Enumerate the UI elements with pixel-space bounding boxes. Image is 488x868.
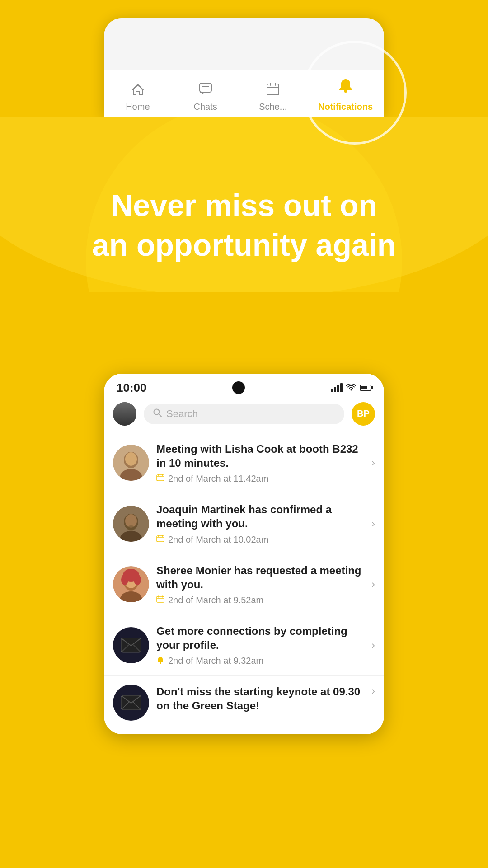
camera-dot <box>232 381 245 394</box>
notif-title-1: Meeting with Lisha Cook at booth B232 in… <box>156 442 364 470</box>
notif-arrow-4: › <box>371 639 375 652</box>
hero-line2: an opportunity again <box>92 228 396 262</box>
schedule-icon <box>265 81 281 100</box>
bell-icon-4 <box>156 656 164 666</box>
chats-icon <box>197 81 214 100</box>
notif-meta-3: 2nd of March at 9.52am <box>156 595 364 605</box>
svg-rect-0 <box>200 83 211 92</box>
hero-section: Never miss out on an opportunity again <box>0 117 488 292</box>
notif-avatar-lisha <box>113 445 149 481</box>
notif-content-2: Joaquin Martinek has confirmed a meeting… <box>156 502 364 544</box>
notification-item-5[interactable]: Don't miss the starting keynote at 09.30… <box>104 676 384 725</box>
user-initials-avatar[interactable]: BP <box>352 402 375 426</box>
notif-avatar-envelope-4 <box>113 627 149 663</box>
user-avatar[interactable] <box>113 402 136 426</box>
status-bar: 10:00 <box>104 374 384 399</box>
notification-item-4[interactable]: Get more connections by completing your … <box>104 615 384 676</box>
notification-item-1[interactable]: Meeting with Lisha Cook at booth B232 in… <box>104 433 384 493</box>
notif-meta-2: 2nd of March at 10.02am <box>156 535 364 545</box>
notification-item-2[interactable]: Joaquin Martinek has confirmed a meeting… <box>104 493 384 554</box>
svg-point-41 <box>160 662 161 664</box>
notification-list: Meeting with Lisha Cook at booth B232 in… <box>104 433 384 735</box>
calendar-icon-2 <box>156 535 164 545</box>
notif-arrow-1: › <box>371 456 375 469</box>
notification-item-3[interactable]: Sheree Monier has requested a meeting wi… <box>104 554 384 615</box>
user-initials: BP <box>357 408 370 419</box>
notif-title-3: Sheree Monier has requested a meeting wi… <box>156 563 364 591</box>
notif-avatar-envelope-5 <box>113 685 149 721</box>
notif-date-1: 2nd of March at 11.42am <box>168 474 268 484</box>
notif-content-4: Get more connections by completing your … <box>156 624 364 666</box>
notif-date-3: 2nd of March at 9.52am <box>168 595 263 605</box>
notif-arrow-5: › <box>371 685 375 697</box>
nav-label-notifications: Notifications <box>318 102 373 112</box>
calendar-icon-1 <box>156 474 164 484</box>
search-bar[interactable]: Search <box>144 404 344 424</box>
top-phone: Home Chats <box>104 18 384 117</box>
nav-item-schedule[interactable]: Sche... <box>250 81 296 112</box>
notif-date-4: 2nd of March at 9.32am <box>168 656 263 666</box>
notif-meta-1: 2nd of March at 11.42am <box>156 474 364 484</box>
notif-meta-4: 2nd of March at 9.32am <box>156 656 364 666</box>
notif-arrow-3: › <box>371 578 375 591</box>
notif-content-1: Meeting with Lisha Cook at booth B232 in… <box>156 442 364 484</box>
nav-label-chats: Chats <box>193 102 217 112</box>
svg-point-13 <box>125 452 137 466</box>
bottom-phone: 10:00 <box>104 374 384 735</box>
status-time: 10:00 <box>117 381 147 395</box>
search-area: Search BP <box>104 399 384 433</box>
svg-rect-34 <box>157 596 164 602</box>
notif-title-4: Get more connections by completing your … <box>156 624 364 652</box>
top-phone-navbar: Home Chats <box>104 70 384 117</box>
notif-date-2: 2nd of March at 10.02am <box>168 535 268 545</box>
hero-line1: Never miss out on <box>111 188 377 222</box>
signal-icon <box>331 383 343 392</box>
svg-rect-23 <box>157 536 164 542</box>
nav-label-schedule: Sche... <box>259 102 287 112</box>
notif-title-2: Joaquin Martinek has confirmed a meeting… <box>156 502 364 530</box>
nav-item-home[interactable]: Home <box>115 81 160 112</box>
notif-content-5: Don't miss the starting keynote at 09.30… <box>156 685 364 716</box>
status-icons <box>331 383 371 392</box>
nav-item-chats[interactable]: Chats <box>183 81 228 112</box>
svg-point-7 <box>344 89 347 93</box>
nav-item-notifications[interactable]: Notifications <box>318 77 373 112</box>
nav-label-home: Home <box>126 102 150 112</box>
bottom-phone-wrapper: 10:00 <box>0 347 488 771</box>
notif-arrow-2: › <box>371 517 375 530</box>
wifi-icon <box>346 384 356 392</box>
home-icon <box>130 81 146 100</box>
notif-content-3: Sheree Monier has requested a meeting wi… <box>156 563 364 605</box>
calendar-icon-3 <box>156 595 164 605</box>
battery-icon <box>360 385 371 391</box>
search-icon <box>153 408 162 420</box>
notif-title-5: Don't miss the starting keynote at 09.30… <box>156 685 364 713</box>
svg-rect-3 <box>267 84 279 95</box>
svg-line-9 <box>159 414 161 417</box>
svg-rect-14 <box>157 475 164 481</box>
svg-point-32 <box>121 574 128 585</box>
bell-active-icon <box>336 77 356 100</box>
notif-avatar-joaquin <box>113 506 149 542</box>
search-placeholder: Search <box>166 408 198 420</box>
svg-point-33 <box>134 574 141 585</box>
notif-avatar-sheree <box>113 566 149 602</box>
top-phone-wrapper: Home Chats <box>0 0 488 117</box>
svg-point-22 <box>127 525 136 531</box>
